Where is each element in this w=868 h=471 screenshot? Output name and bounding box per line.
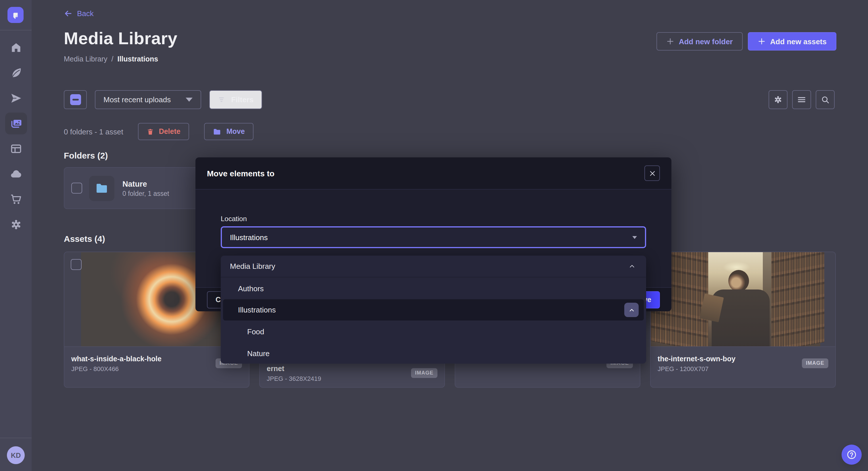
chevron-up-icon [628,306,635,313]
location-label: Location [221,215,646,223]
chevron-down-icon [632,236,637,239]
tree-item-label: Nature [247,349,270,358]
tree-item-label: Authors [238,284,264,293]
tree-item-nature[interactable]: Nature [221,342,646,364]
modal-close-button[interactable] [644,165,660,181]
tree-item-label: Illustrations [238,306,276,314]
close-icon [649,170,656,177]
modal-title: Move elements to [207,169,275,178]
tree-item-illustrations-selected[interactable]: Illustrations [223,299,644,321]
location-dropdown: Media Library Authors Illustrations Food… [221,256,646,364]
modal-header: Move elements to [195,157,672,190]
app-window: KD Back Media Library Media Library / Il… [0,0,868,471]
location-select[interactable]: Illustrations [221,226,646,248]
tree-item-label: Media Library [230,262,275,271]
tree-item-media-library[interactable]: Media Library [221,256,646,277]
chevron-up-icon[interactable] [628,263,636,270]
location-select-value: Illustrations [230,233,268,241]
collapse-button[interactable] [624,303,639,317]
tree-item-label: Food [247,327,264,336]
tree-item-food[interactable]: Food [221,321,646,342]
tree-item-authors[interactable]: Authors [221,277,646,299]
